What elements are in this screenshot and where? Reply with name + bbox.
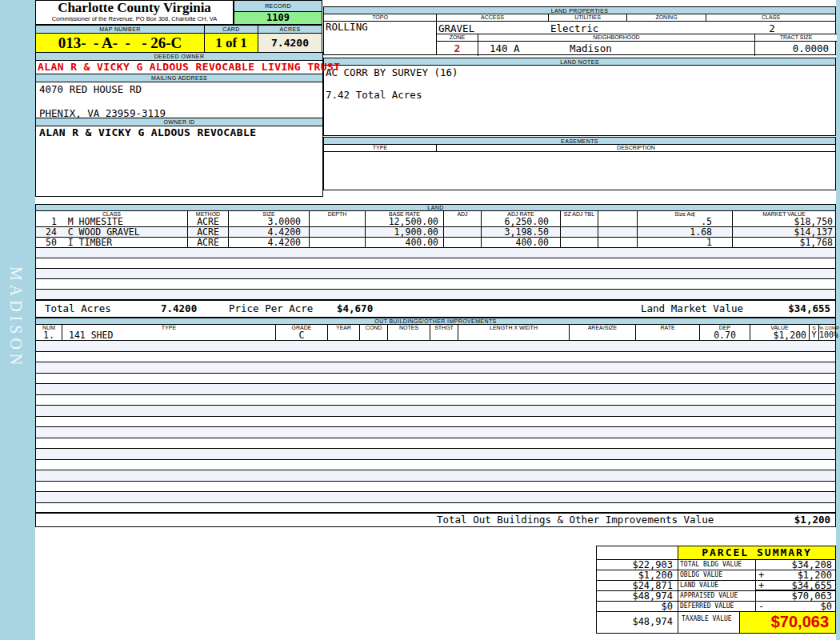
land-cell-method: ACRE [188, 238, 229, 247]
zoning-label: ZONING [627, 14, 706, 21]
land-cell-adj-rate: 3,198.50 [482, 227, 561, 237]
ob-empty-row [35, 503, 836, 514]
land-cell-market-value: $14,137 [733, 227, 836, 237]
owner-empty-box [35, 139, 323, 197]
total-acres-label: Total Acres [45, 301, 111, 317]
land-cell-sz-adj-tbl [561, 227, 598, 237]
land-cell-size: 4.4200 [229, 238, 310, 247]
ps-row: $22,903 TOTAL BLDG VALUE $34,208 [596, 559, 836, 570]
ps-row-taxable: $48,974 TAXABLE VALUE $70,063 [596, 611, 836, 634]
land-cell-adj [444, 238, 482, 247]
ob-cell-num: 1. [35, 330, 62, 340]
ps-label: APPRAISED VALUE [678, 590, 756, 602]
ps-left-value: $0 [596, 601, 678, 612]
ps-sign: + [758, 581, 764, 590]
land-empty-row [35, 258, 836, 269]
land-cell-class: 1 M HOMESITE [35, 217, 188, 226]
neighborhood-label: NEIGHBORHOOD [478, 34, 755, 41]
map-number-value: 013- - A- - - 26-C [35, 33, 205, 53]
ob-empty-row [35, 427, 836, 438]
ps-row: $1,200 OBLDG VALUE + $1,200 [596, 570, 836, 581]
ob-cell-length-width [458, 330, 570, 340]
ps-label: TAXABLE VALUE [678, 611, 740, 634]
ob-empty-row [35, 417, 836, 428]
ob-cell-cond [360, 330, 388, 340]
ob-header-pct-comp: % COMP [819, 325, 836, 330]
parcel-summary-title: PARCEL SUMMARY [678, 546, 836, 560]
ob-empty-row [35, 384, 836, 395]
ps-right-value: + $1,200 [756, 570, 836, 581]
land-row: 50 I TIMBER ACRE 4.4200 400.00 400.00 1 … [35, 238, 836, 248]
ob-cell-value: $1,200 [750, 330, 810, 340]
ob-total-value: $1,200 [794, 514, 830, 526]
ob-cell-dep: 0.70 [700, 330, 750, 340]
land-cell-sz-adj-tbl [561, 238, 598, 247]
taxable-value: $70,063 [740, 611, 836, 634]
ob-cell-notes [388, 330, 430, 340]
card-value: 1 of 1 [204, 33, 258, 53]
address-line1: 4070 RED HOUSE RD [36, 82, 322, 95]
ob-total-label: Total Out Buildings & Other Improvements… [437, 514, 714, 526]
land-note-line2: 7.42 Total Acres [324, 78, 835, 101]
land-cell-size-adj: 1.68 [638, 227, 733, 237]
tract-size-label: TRACT SIZE [755, 34, 837, 41]
land-cell-blank [598, 238, 638, 247]
ps-row: $48,974 APPRAISED VALUE $70,063 [596, 590, 836, 602]
ps-left-value: $48,974 [596, 611, 678, 634]
ob-empty-row [35, 470, 836, 482]
ps-row: $24,871 LAND VALUE + $34,655 [596, 580, 836, 591]
ps-sign: + [758, 570, 764, 580]
access-value: GRAVEL [438, 22, 474, 34]
title-box: Charlotte County Virginia Commissioner o… [35, 0, 234, 25]
ob-empty-row [35, 362, 836, 374]
ps-sign: - [758, 602, 764, 611]
ps-label: DEFERRED VALUE [678, 601, 756, 612]
ps-label: LAND VALUE [678, 580, 756, 591]
land-cell-adj [444, 227, 482, 237]
land-cell-size: 3.0000 [229, 217, 310, 226]
land-cell-size-adj: 1 [638, 238, 733, 247]
land-cell-base-rate: 1,900.00 [366, 227, 444, 237]
ob-empty-row [35, 492, 836, 503]
ob-empty-row [35, 406, 836, 417]
ob-cell-s: Y [810, 330, 819, 340]
mailing-address-box: 4070 RED HOUSE RD PHENIX, VA 23959-3119 [35, 82, 323, 118]
ps-left-value: $22,903 [596, 559, 678, 570]
land-cell-class: 24 C WOOD GRAVEL [35, 227, 188, 237]
utilities-value: Electric [550, 22, 598, 34]
ps-right-value: $34,208 [756, 559, 836, 570]
topo-label: TOPO [323, 14, 437, 21]
district-vertical-label: MADISON [6, 266, 25, 394]
land-cell-class: 50 I TIMBER [35, 238, 188, 247]
ob-cell-sthgt [430, 330, 458, 340]
access-label: ACCESS [437, 14, 549, 21]
ob-cell-type: 141 SHED [62, 330, 276, 340]
land-cell-depth [310, 227, 366, 237]
record-box: RECORD 1109 [234, 0, 322, 25]
land-properties-values: GRAVEL Electric 2 ZONE NEIGHBORHOOD TRAC… [436, 21, 836, 55]
deeded-owner-value: ALAN R & VICKY G ALDOUS REVOCABLE LIVING… [35, 60, 323, 74]
land-cell-method: ACRE [188, 227, 229, 237]
ob-empty-row [35, 482, 836, 493]
owner-id-value: ALAN R & VICKY G ALDOUS REVOCABLE [35, 126, 323, 140]
land-cell-market-value: $1,768 [733, 238, 836, 247]
ps-label: OBLDG VALUE [678, 570, 756, 581]
neighborhood-code: 140 A [490, 42, 520, 55]
total-acres-value: 7.4200 [161, 301, 197, 317]
ob-header-length-width: LENGTH X WIDTH [458, 325, 570, 330]
ps-row: $0 DEFERRED VALUE - $0 [596, 601, 836, 612]
zone-headers: ZONE NEIGHBORHOOD TRACT SIZE [437, 34, 837, 42]
land-header-adj: ADJ [444, 211, 482, 217]
land-empty-row [35, 279, 836, 290]
ob-empty-row [35, 449, 836, 460]
land-cell-base-rate: 400.00 [366, 238, 444, 247]
easement-description-label: DESCRIPTION [437, 145, 836, 151]
zone-value: 2 [437, 42, 478, 56]
ob-empty-row [35, 341, 836, 352]
land-empty-row [35, 248, 836, 258]
ob-header-year: YEAR [328, 325, 360, 330]
ob-empty-row [35, 374, 836, 385]
land-market-value-label: Land Market Value [641, 301, 743, 317]
parcel-summary: PARCEL SUMMARY $22,903 TOTAL BLDG VALUE … [596, 546, 836, 638]
record-value: 1109 [234, 11, 322, 25]
